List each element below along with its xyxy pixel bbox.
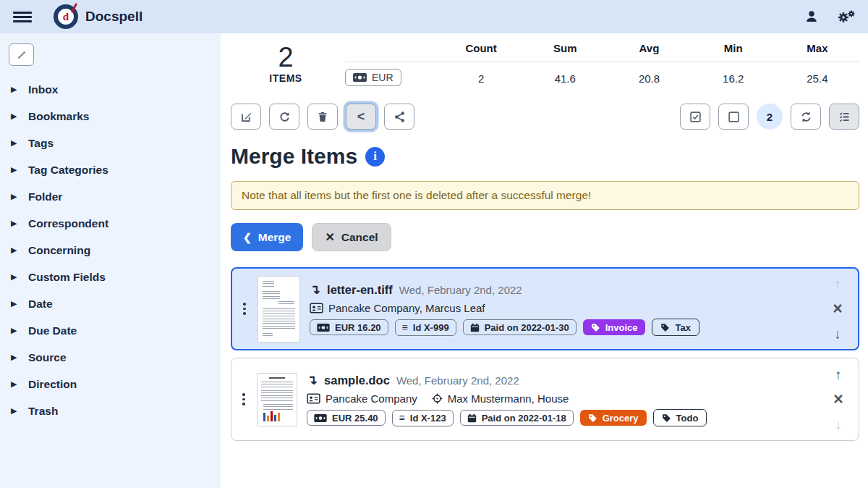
sidebar-item-source[interactable]: ▶Source — [0, 344, 221, 371]
currency-badge: EUR — [345, 69, 401, 86]
tag-badge-grocery[interactable]: Grocery — [580, 410, 647, 426]
chevron-right-icon: ▶ — [11, 219, 17, 228]
delete-button[interactable] — [307, 104, 338, 130]
arrow-turn-down-icon[interactable]: ↴ — [310, 282, 320, 298]
stats-col-sum: Sum — [523, 42, 607, 62]
move-up-button[interactable]: ↑ — [835, 368, 842, 382]
id-badge: ≡ Id X-123 — [392, 410, 454, 426]
move-up-button: ↑ — [834, 277, 841, 291]
sidebar-item-folder[interactable]: ▶Folder — [0, 183, 221, 210]
deselect-all-button[interactable] — [718, 104, 749, 130]
item-date: Wed, February 2nd, 2022 — [396, 374, 519, 387]
item-count-label: ITEMS — [231, 72, 341, 84]
info-icon[interactable]: i — [365, 147, 385, 167]
chevron-right-icon: ▶ — [11, 138, 17, 148]
docspell-logo-icon[interactable]: d — [54, 4, 78, 29]
angle-left-icon: ❮ — [243, 232, 252, 243]
chevron-right-icon: ▶ — [11, 192, 17, 201]
drag-handle-icon[interactable] — [240, 393, 247, 405]
move-down-button: ↓ — [835, 418, 842, 432]
item-name[interactable]: sample.doc — [324, 374, 390, 387]
select-all-button[interactable] — [680, 104, 710, 130]
sidebar-item-custom-fields[interactable]: ▶Custom Fields — [0, 264, 221, 290]
item-name[interactable]: letter-en.tiff — [327, 283, 393, 297]
share-button[interactable] — [384, 104, 414, 130]
settings-gears-icon[interactable] — [838, 9, 855, 24]
address-card-icon — [307, 393, 320, 404]
edit-button[interactable] — [231, 104, 261, 130]
tag-badge-invoice[interactable]: Invoice — [583, 319, 646, 335]
sidebar: ▶Inbox ▶Bookmarks ▶Tags ▶Tag Categories … — [0, 33, 221, 488]
expand-arrows-icon — [17, 50, 27, 60]
tag-icon — [662, 413, 671, 423]
chevron-right-icon: ▶ — [11, 353, 17, 362]
refresh-button[interactable] — [269, 104, 299, 130]
chevron-right-icon: ▶ — [11, 379, 17, 389]
sidebar-item-trash[interactable]: ▶Trash — [0, 397, 221, 424]
paid-date-badge: Paid on 2022-01-18 — [460, 410, 574, 426]
sidebar-item-due-date[interactable]: ▶Due Date — [0, 317, 221, 344]
tag-icon — [591, 323, 600, 332]
expand-sidebar-button[interactable] — [9, 43, 34, 66]
move-down-button[interactable]: ↓ — [834, 327, 841, 341]
chevron-right-icon: ▶ — [11, 272, 17, 282]
stats-val-min: 16.2 — [692, 64, 775, 85]
remove-item-button[interactable]: × — [833, 391, 843, 408]
drag-handle-icon[interactable] — [241, 303, 248, 315]
sidebar-item-inbox[interactable]: ▶Inbox — [0, 76, 221, 103]
money-bill-icon — [314, 414, 327, 422]
item-correspondent: Pancake Company — [326, 392, 417, 405]
chevron-right-icon: ▶ — [11, 299, 17, 308]
user-icon[interactable] — [804, 9, 819, 24]
item-count-block: 2 ITEMS — [231, 42, 341, 84]
list-view-button[interactable] — [829, 104, 859, 130]
list-lines-icon: ≡ — [402, 321, 408, 333]
toolbar: < 2 — [231, 104, 859, 130]
reload-button[interactable] — [791, 104, 821, 130]
checkbox-checked-icon — [689, 111, 702, 123]
hamburger-menu-icon[interactable] — [13, 12, 32, 22]
trash-icon — [317, 111, 328, 123]
stats-val-max: 25.4 — [775, 64, 859, 85]
merge-actions: ❮Merge ✕Cancel — [231, 223, 859, 251]
address-card-icon — [310, 303, 323, 314]
sidebar-item-correspondent[interactable]: ▶Correspondent — [0, 210, 221, 237]
arrow-turn-down-icon[interactable]: ↴ — [307, 372, 318, 388]
stats-table: Count Sum Avg Min Max EUR 2 41.6 20.8 — [345, 42, 859, 86]
sidebar-item-direction[interactable]: ▶Direction — [0, 371, 221, 397]
merge-button[interactable]: ❮Merge — [231, 223, 303, 251]
sync-icon — [800, 111, 812, 123]
amount-badge: EUR 25.40 — [307, 410, 386, 426]
brand-title: Docspell — [85, 9, 142, 25]
item-correspondent: Pancake Company, Marcus Leaf — [328, 302, 485, 314]
sidebar-item-bookmarks[interactable]: ▶Bookmarks — [0, 103, 221, 130]
merge-item-list: ↴ letter-en.tiff Wed, February 2nd, 2022… — [231, 267, 859, 441]
angle-left-icon: < — [357, 109, 365, 125]
sidebar-item-date[interactable]: ▶Date — [0, 290, 221, 317]
sidebar-nav: ▶Inbox ▶Bookmarks ▶Tags ▶Tag Categories … — [0, 76, 221, 424]
document-thumbnail — [258, 276, 300, 342]
sidebar-item-tag-categories[interactable]: ▶Tag Categories — [0, 156, 221, 183]
page-title: Merge Items — [231, 144, 357, 169]
amount-badge: EUR 16.20 — [310, 319, 388, 335]
sidebar-item-concerning[interactable]: ▶Concerning — [0, 237, 221, 264]
back-button[interactable]: < — [346, 104, 376, 130]
remove-item-button[interactable]: × — [833, 300, 842, 317]
item-count-value: 2 — [231, 43, 341, 72]
tag-badge-todo[interactable]: Todo — [653, 409, 707, 426]
tag-badge-tax[interactable]: Tax — [652, 319, 699, 336]
stats-val-count: 2 — [439, 64, 523, 85]
close-icon: ✕ — [325, 230, 334, 244]
checkbox-empty-icon — [728, 111, 740, 123]
id-badge: ≡ Id X-999 — [395, 319, 456, 336]
document-thumbnail — [257, 373, 297, 426]
chevron-right-icon: ▶ — [11, 406, 17, 416]
merge-item-card-letter-en[interactable]: ↴ letter-en.tiff Wed, February 2nd, 2022… — [231, 267, 859, 350]
sidebar-item-tags[interactable]: ▶Tags — [0, 130, 221, 156]
merge-item-card-sample[interactable]: ↴ sample.doc Wed, February 2nd, 2022 Pan… — [231, 358, 859, 441]
calendar-icon — [467, 413, 477, 423]
stats-val-avg: 20.8 — [607, 64, 691, 85]
item-date: Wed, February 2nd, 2022 — [399, 284, 522, 296]
cancel-button[interactable]: ✕Cancel — [312, 223, 391, 251]
crosshairs-icon — [432, 393, 443, 404]
